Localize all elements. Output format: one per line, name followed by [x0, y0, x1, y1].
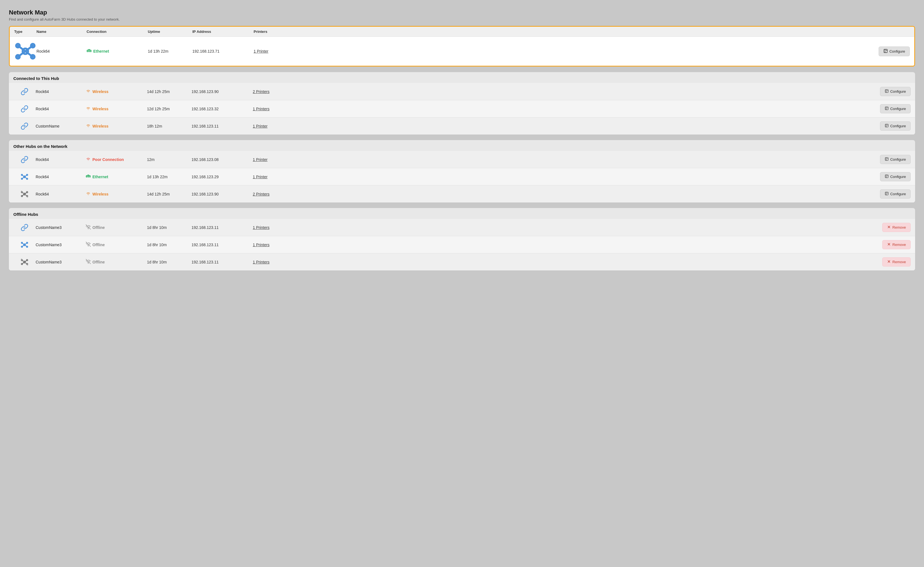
row-name: Rock64 [36, 89, 86, 94]
row-uptime: 12d 12h 25m [147, 106, 192, 111]
offline-rows: CustomName3 Offline 1d 8hr 10m 192.168.1… [9, 219, 915, 270]
connection-icon [86, 242, 91, 248]
connection-icon [86, 225, 91, 230]
col-type: Type [14, 30, 36, 34]
row-name: Rock64 [36, 158, 86, 162]
configure-icon [885, 106, 889, 111]
row-connection: Wireless [86, 88, 147, 94]
table-row: CustomName3 Offline 1d 8hr 10m 192.168.1… [9, 236, 915, 254]
row-connection: Wireless [86, 191, 147, 197]
row-printers[interactable]: 2 Printers [253, 192, 297, 196]
hub-printers[interactable]: 1 Printer [254, 49, 298, 54]
page-title: Network Map [9, 9, 915, 16]
table-row: Rock64 Wireless 14d 12h 25m 192.168.123.… [9, 186, 915, 202]
remove-icon [887, 225, 891, 230]
configure-button[interactable]: Configure [880, 87, 910, 96]
row-printers[interactable]: 2 Printers [253, 89, 297, 94]
col-action [298, 30, 910, 34]
configure-button[interactable]: Configure [880, 172, 910, 181]
other-section-title: Other Hubs on the Network [9, 140, 915, 151]
col-name: Name [36, 30, 87, 34]
configure-button[interactable]: Configure [880, 122, 910, 130]
type-icon [14, 190, 36, 198]
row-ip: 192.168.123.32 [192, 106, 253, 111]
table-row: Rock64 Wireless 12d 12h 25m 192.168.123.… [9, 100, 915, 117]
table-row: CustomName3 Offline 1d 8hr 10m 192.168.1… [9, 254, 915, 270]
connection-label: Poor Connection [92, 158, 124, 162]
row-connection: Offline [86, 259, 147, 265]
table-row: Rock64 Poor Connection 12m 192.168.123.0… [9, 151, 915, 168]
offline-section: Offline Hubs CustomName3 Offline 1d 8hr … [9, 208, 915, 270]
row-ip: 192.168.123.11 [192, 225, 253, 230]
table-row: CustomName3 Offline 1d 8hr 10m 192.168.1… [9, 219, 915, 236]
row-printers[interactable]: 1 Printers [253, 243, 297, 247]
row-printers[interactable]: 1 Printers [253, 106, 297, 111]
configure-icon [885, 192, 889, 196]
selected-hub-card: Type Name Connection Uptime IP Address P… [9, 26, 915, 66]
row-ip: 192.168.123.11 [192, 260, 253, 264]
row-connection: Ethernet [86, 174, 147, 180]
row-action: Configure [297, 189, 910, 198]
configure-button[interactable]: Configure [880, 189, 910, 198]
configure-button[interactable]: Configure [880, 155, 910, 164]
type-icon [14, 173, 36, 181]
type-icon [14, 122, 36, 130]
row-action: Configure [297, 104, 910, 113]
row-ip: 192.168.123.11 [192, 124, 253, 128]
row-ip: 192.168.123.90 [192, 89, 253, 94]
row-action: Configure [297, 172, 910, 181]
table-header: Type Name Connection Uptime IP Address P… [10, 27, 914, 37]
remove-button[interactable]: Remove [882, 240, 910, 249]
connection-icon [86, 123, 91, 129]
configure-icon [885, 157, 889, 162]
row-uptime: 1d 8hr 10m [147, 243, 192, 247]
col-ip: IP Address [192, 30, 254, 34]
hub-ip: 192.168.123.71 [192, 49, 254, 54]
row-printers[interactable]: 1 Printers [253, 225, 297, 230]
type-icon [14, 224, 36, 231]
connection-label: Offline [92, 260, 105, 264]
connection-icon [86, 259, 91, 265]
connection-icon [86, 88, 91, 94]
connection-icon [86, 191, 91, 197]
svg-rect-23 [885, 158, 888, 160]
svg-point-55 [88, 228, 88, 229]
selected-hub-row: Rock64 Ethernet 1d 13h 22m 192.168.123.7… [10, 37, 914, 66]
remove-button[interactable]: Remove [882, 257, 910, 267]
remove-button[interactable]: Remove [882, 223, 910, 232]
row-connection: Wireless [86, 123, 147, 129]
svg-rect-17 [885, 90, 888, 93]
connection-icon [86, 106, 91, 112]
configure-button[interactable]: Configure [880, 104, 910, 113]
table-row: CustomName Wireless 18h 12m 192.168.123.… [9, 117, 915, 135]
hub-action: Configure [298, 46, 910, 56]
row-connection: Wireless [86, 106, 147, 112]
row-connection: Poor Connection [86, 156, 147, 162]
row-ip: 192.168.123.90 [192, 192, 253, 196]
row-ip: 192.168.123.11 [192, 243, 253, 247]
remove-icon [887, 242, 891, 247]
type-icon [14, 88, 36, 96]
connected-section: Connected to This Hub Rock64 Wireless 14… [9, 72, 915, 135]
row-action: Remove [297, 240, 910, 249]
svg-rect-40 [885, 175, 888, 178]
row-ip: 192.168.123.29 [192, 175, 253, 179]
connection-label: Wireless [92, 192, 108, 196]
connection-label: Wireless [92, 124, 108, 128]
row-printers[interactable]: 1 Printer [253, 124, 297, 128]
row-uptime: 12m [147, 158, 192, 162]
type-icon [14, 105, 36, 113]
configure-button[interactable]: Configure [879, 46, 910, 56]
row-action: Configure [297, 122, 910, 130]
row-printers[interactable]: 1 Printer [253, 175, 297, 179]
row-printers[interactable]: 1 Printers [253, 260, 297, 264]
row-uptime: 18h 12m [147, 124, 192, 128]
connection-icon [86, 174, 91, 180]
row-name: CustomName3 [36, 243, 86, 247]
type-icon [14, 241, 36, 249]
row-action: Remove [297, 223, 910, 232]
row-printers[interactable]: 1 Printer [253, 158, 297, 162]
row-name: Rock64 [36, 175, 86, 179]
connection-label: Wireless [92, 106, 108, 111]
svg-rect-21 [885, 124, 888, 127]
